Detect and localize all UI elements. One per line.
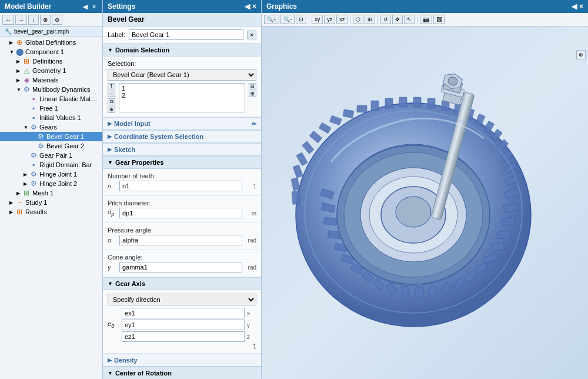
tree-item-materials[interactable]: ▶ ◈ Materials <box>0 75 102 85</box>
domain-select-row: Bevel Gear (Bevel Gear 1) <box>108 69 256 81</box>
svg-rect-21 <box>475 114 485 126</box>
settings-title: Settings <box>108 2 135 11</box>
gear-axis-select[interactable]: Specify direction <box>108 294 256 305</box>
perspective-btn[interactable]: ⬡ <box>353 15 363 24</box>
svg-rect-8 <box>309 131 322 143</box>
section-density[interactable]: ▶ Density <box>103 354 261 367</box>
toolbar-remove-btn[interactable]: ⊖ <box>52 15 62 25</box>
svg-rect-17 <box>427 98 435 108</box>
pressure-input[interactable] <box>119 235 242 245</box>
arrow-icon: ▶ <box>16 68 22 74</box>
settings-undock-btn[interactable]: ◀ <box>245 2 250 11</box>
tree-item-geometry1[interactable]: ▶ △ Geometry 1 <box>0 66 102 75</box>
tree-item-definitions[interactable]: ▶ ⊞ Definitions <box>0 56 102 66</box>
undock-btn[interactable]: ◀ <box>81 3 89 11</box>
domain-paste-btn[interactable]: ⊟ <box>249 83 256 89</box>
tree-item-hinge-joint2[interactable]: ▶ ⚙ Hinge Joint 2 <box>0 179 102 188</box>
view-xz-btn[interactable]: xz <box>336 15 348 24</box>
zoom-in-btn[interactable]: 🔍+ <box>264 15 279 24</box>
view-yz-btn[interactable]: yz <box>324 15 335 24</box>
side-btn1[interactable]: ⊕ <box>576 50 586 59</box>
section-gear-properties[interactable]: ▼ Gear Properties <box>103 156 261 169</box>
tree-label: Bevel Gear 2 <box>46 142 84 149</box>
graphics-undock-btn[interactable]: ◀ <box>572 2 577 11</box>
toolbar-sep2 <box>350 15 350 24</box>
camera-btn[interactable]: 📷 <box>420 15 432 24</box>
tree-item-component1[interactable]: ▼ ⬤ Component 1 <box>0 47 102 56</box>
cone-input-row: γ rad <box>108 262 256 272</box>
section-center-of-rotation[interactable]: ▼ Center of Rotation <box>103 367 261 379</box>
physics-icon: ⚙ <box>22 85 31 94</box>
domain-list-item2[interactable]: 2 <box>122 92 242 99</box>
toolbar-down-btn[interactable]: ↓ <box>28 15 39 25</box>
pitch-diam-input[interactable] <box>119 208 242 218</box>
arrow-icon: ▶ <box>16 191 22 196</box>
close-btn[interactable]: × <box>91 3 98 11</box>
tree-item-free1[interactable]: ▪ Free 1 <box>0 104 102 113</box>
zoom-fit-btn[interactable]: ⊡ <box>296 15 306 24</box>
tree-label: Bevel Gear 1 <box>46 133 84 140</box>
arrow-icon: ▼ <box>24 125 29 130</box>
tree-item-initial-values1[interactable]: ▪ Initial Values 1 <box>0 113 102 122</box>
tree-item-rigid-domain[interactable]: ▪ Rigid Domain: Bar <box>0 160 102 169</box>
tree-item-gears[interactable]: ▼ ⚙ Gears <box>0 122 102 132</box>
domain-list-btn3[interactable]: ⧉ <box>108 98 115 105</box>
hinge-joint1-icon: ⚙ <box>29 170 38 178</box>
graphics-close-btn[interactable]: × <box>579 2 583 11</box>
toolbar-back-btn[interactable]: ← <box>2 15 14 25</box>
tree-item-global-definitions[interactable]: ▶ ⊕ Global Definitions <box>0 38 102 47</box>
ey-input[interactable] <box>122 320 245 330</box>
zoom-out-btn[interactable]: 🔍- <box>280 15 295 24</box>
domain-list-item1[interactable]: 1 <box>122 85 242 92</box>
clear-label-btn[interactable]: × <box>247 31 256 39</box>
tree-item-results[interactable]: ▶ ⊞ Results <box>0 207 102 217</box>
edit-icon[interactable]: ✏ <box>252 121 256 127</box>
section-arrow-icon: ▼ <box>108 370 113 376</box>
num-teeth-input[interactable] <box>119 181 242 191</box>
section-domain-selection[interactable]: ▼ Domain Selection <box>103 44 261 56</box>
arrow-icon: ▶ <box>24 181 29 187</box>
domain-select[interactable]: Bevel Gear (Bevel Gear 1) <box>108 69 256 81</box>
domain-copy-btn[interactable]: ⊞ <box>249 91 256 97</box>
domain-list-btn1[interactable]: ⤒ <box>108 83 115 89</box>
pan-btn[interactable]: ✥ <box>392 15 403 24</box>
domain-list-btn2[interactable]: − <box>108 91 115 97</box>
toolbar-forward-btn[interactable]: → <box>15 15 27 25</box>
rotate-btn[interactable]: ↺ <box>380 15 391 24</box>
model-builder-header-actions: ◀ × <box>81 3 98 11</box>
settings-close-btn[interactable]: × <box>252 2 256 11</box>
cone-input[interactable] <box>119 262 242 272</box>
label-input[interactable] <box>129 29 243 40</box>
gear-illustration <box>284 56 566 350</box>
bevel-gear1-icon: ⚙ <box>36 132 45 141</box>
wireframe-btn[interactable]: ⊞ <box>365 15 375 24</box>
tree-item-bevel-gear1[interactable]: ⚙ Bevel Gear 1 <box>0 132 102 141</box>
ex-input[interactable] <box>122 308 245 318</box>
tree-item-linear-elastic[interactable]: ▪ Linear Elastic Material 1 <box>0 94 102 104</box>
render-btn[interactable]: 🖼 <box>433 15 445 24</box>
tree-item-bevel-gear2[interactable]: ⚙ Bevel Gear 2 <box>0 141 102 151</box>
tree-label: Gears <box>39 124 57 131</box>
tree-item-study1[interactable]: ▶ ~ Study 1 <box>0 198 102 207</box>
section-gear-axis[interactable]: ▼ Gear Axis <box>103 277 261 290</box>
section-sketch[interactable]: ▶ Sketch <box>103 143 261 156</box>
tree-item-hinge-joint1[interactable]: ▶ ⚙ Hinge Joint 1 <box>0 169 102 179</box>
svg-rect-5 <box>292 164 302 178</box>
label-row: Label: × <box>103 26 261 44</box>
domain-selection-content: Selection: Bevel Gear (Bevel Gear 1) ⤒ −… <box>103 56 261 117</box>
section-model-input[interactable]: ▶ Model Input ✏ <box>103 117 261 130</box>
tree-item-multibody[interactable]: ▼ ⚙ Multibody Dynamics <box>0 85 102 94</box>
component-icon: ⬤ <box>15 48 24 56</box>
cone-sym: γ <box>108 264 117 271</box>
svg-rect-15 <box>399 97 407 107</box>
domain-list-btn4[interactable]: ⊕ <box>108 107 115 113</box>
arrow-icon: ▼ <box>16 87 22 92</box>
toolbar-add-btn[interactable]: ⊕ <box>40 15 51 25</box>
view-xy-btn[interactable]: xy <box>312 15 323 24</box>
section-coord-system[interactable]: ▶ Coordinate System Selection <box>103 130 261 143</box>
tree-item-mesh1[interactable]: ▶ ⊞ Mesh 1 <box>0 188 102 198</box>
settings-subheader: Bevel Gear <box>103 13 261 26</box>
tree-item-gear-pair1[interactable]: ⚙ Gear Pair 1 <box>0 151 102 160</box>
select-btn[interactable]: ↖ <box>404 15 415 24</box>
ez-input[interactable] <box>122 331 245 342</box>
